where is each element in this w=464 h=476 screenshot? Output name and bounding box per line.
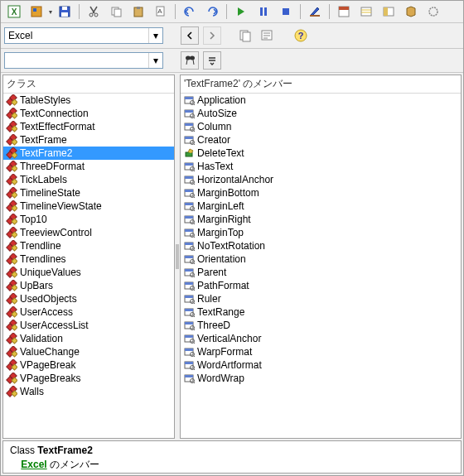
member-item[interactable]: VerticalAnchor (181, 332, 461, 345)
chevron-down-icon[interactable]: ▾ (148, 53, 162, 68)
member-item[interactable]: HasText (181, 160, 461, 173)
member-item[interactable]: Parent (181, 266, 461, 279)
object-browser-icon[interactable] (379, 2, 399, 22)
main-toolbar: X ▾ A (1, 1, 463, 23)
member-item[interactable]: AutoSize (181, 107, 461, 120)
help-icon[interactable]: ? (291, 26, 311, 46)
svg-line-143 (194, 237, 195, 238)
search-button[interactable] (181, 51, 199, 70)
member-item[interactable]: Orientation (181, 252, 461, 266)
chevron-down-icon[interactable]: ▾ (148, 28, 162, 43)
member-item[interactable]: Ruler (181, 292, 461, 305)
run-icon[interactable] (231, 2, 251, 22)
classes-header: クラス (3, 75, 174, 94)
classes-list[interactable]: TableStylesTextConnectionTextEffectForma… (3, 94, 174, 438)
design-mode-icon[interactable] (305, 2, 325, 22)
member-item[interactable]: HorizontalAnchor (181, 173, 461, 186)
copy-icon[interactable] (106, 2, 126, 22)
class-item[interactable]: VPageBreak (3, 358, 174, 372)
member-item[interactable]: PathFormat (181, 279, 461, 292)
class-item[interactable]: TimelineViewState (3, 200, 174, 213)
toolbox-icon[interactable] (401, 2, 421, 22)
class-item[interactable]: Walls (3, 385, 174, 398)
class-icon (5, 253, 18, 265)
member-item[interactable]: DeleteText (181, 147, 461, 160)
class-icon (5, 280, 18, 291)
svg-line-135 (194, 210, 195, 212)
class-item[interactable]: Top10 (3, 213, 174, 226)
class-item[interactable]: TickLabels (3, 173, 174, 186)
member-item[interactable]: MarginBottom (181, 186, 461, 200)
member-item[interactable]: WordWrap (181, 372, 461, 385)
save-icon[interactable] (55, 2, 75, 22)
class-item[interactable]: TextConnection (3, 107, 174, 120)
reset-icon[interactable] (276, 2, 296, 22)
class-item[interactable]: UpBars (3, 279, 174, 292)
class-item[interactable]: VPageBreaks (3, 372, 174, 385)
class-item[interactable]: TimelineState (3, 186, 174, 200)
property-icon (182, 94, 196, 106)
redo-icon[interactable] (202, 2, 222, 22)
member-item-label: MarginTop (197, 227, 244, 238)
class-item[interactable]: UsedObjects (3, 292, 174, 305)
svg-line-110 (194, 118, 195, 119)
class-item[interactable]: TableStyles (3, 94, 174, 107)
show-search-results-button[interactable] (203, 51, 221, 70)
paste-icon[interactable] (128, 2, 148, 22)
class-item[interactable]: TreeviewControl (3, 226, 174, 239)
member-item[interactable]: Creator (181, 133, 461, 147)
member-item-label: MarginRight (197, 214, 251, 225)
class-item[interactable]: TextEffectFormat (3, 120, 174, 133)
undo-icon[interactable] (180, 2, 200, 22)
class-icon (5, 359, 18, 371)
class-item[interactable]: UniqueValues (3, 266, 174, 279)
class-item[interactable]: ValueChange (3, 345, 174, 358)
member-item[interactable]: Column (181, 120, 461, 133)
project-icon[interactable] (27, 2, 46, 22)
class-item[interactable]: Trendline (3, 239, 174, 252)
class-item[interactable]: Validation (3, 332, 174, 345)
member-item[interactable]: MarginRight (181, 213, 461, 226)
svg-rect-125 (185, 176, 193, 179)
class-item[interactable]: UserAccess (3, 305, 174, 319)
property-icon (182, 293, 196, 305)
property-icon (182, 320, 196, 331)
member-item[interactable]: NoTextRotation (181, 239, 461, 252)
info-line1: Class TextFrame2 (10, 445, 454, 456)
pause-icon[interactable] (254, 2, 273, 22)
svg-rect-104 (185, 97, 193, 99)
dropdown-arrow-icon[interactable]: ▾ (49, 8, 52, 16)
find-icon[interactable]: A (151, 2, 171, 22)
info-library-link[interactable]: Excel (21, 459, 46, 470)
excel-icon[interactable]: X (4, 2, 24, 22)
class-item[interactable]: ThreeDFormat (3, 160, 174, 173)
class-item-label: UniqueValues (20, 267, 81, 278)
project-explorer-icon[interactable] (334, 2, 354, 22)
library-combo[interactable]: Excel ▾ (4, 27, 163, 44)
class-item[interactable]: TextFrame2 (3, 147, 174, 160)
member-item[interactable]: Application (181, 94, 461, 107)
member-item-label: MarginBottom (197, 187, 259, 199)
class-item[interactable]: Trendlines (3, 252, 174, 266)
svg-rect-165 (185, 309, 193, 311)
member-item[interactable]: WordArtformat (181, 358, 461, 372)
info-suffix: のメンバー (47, 459, 99, 470)
member-item[interactable]: MarginLeft (181, 200, 461, 213)
misc-icon[interactable] (423, 2, 443, 22)
class-item-label: UsedObjects (20, 293, 77, 305)
cut-icon[interactable] (84, 2, 104, 22)
back-button[interactable] (181, 26, 199, 45)
member-item[interactable]: TextRange (181, 305, 461, 319)
class-item[interactable]: UserAccessList (3, 319, 174, 332)
copy-to-clipboard-icon[interactable] (235, 26, 255, 46)
members-list[interactable]: ApplicationAutoSizeColumnCreatorDeleteTe… (181, 94, 461, 438)
member-item[interactable]: WarpFormat (181, 345, 461, 358)
class-item[interactable]: TextFrame (3, 133, 174, 147)
member-item-label: VerticalAnchor (197, 333, 261, 344)
member-item[interactable]: ThreeD (181, 319, 461, 332)
svg-rect-116 (185, 137, 193, 139)
properties-icon[interactable] (356, 2, 376, 22)
view-definition-icon[interactable] (258, 26, 278, 46)
member-item[interactable]: MarginTop (181, 226, 461, 239)
search-combo[interactable]: ▾ (4, 52, 163, 69)
